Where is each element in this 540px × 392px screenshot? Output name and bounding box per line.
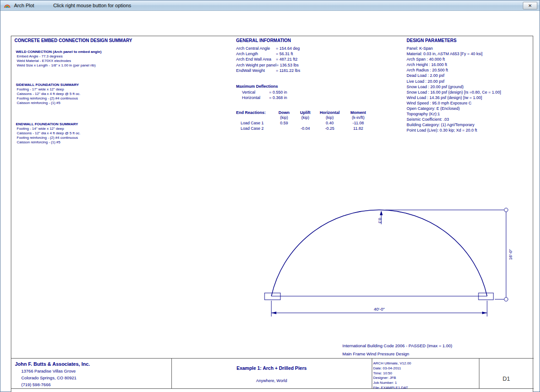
weld-line: Embed Angle - 77.3 degrees: [16, 54, 101, 59]
height-dimension-label: 16'-0": [508, 249, 513, 260]
meta-job-number: Job Number: 1: [373, 381, 411, 386]
parameter-line: Open Category: E (Enclosed): [407, 106, 501, 111]
end-reactions-table: End Reactions: Down Uplift Horizontal Mo…: [236, 110, 374, 131]
endwall-line: Footing - 14" wide x 12" deep: [16, 127, 81, 131]
arch-rainbow-icon: [4, 2, 11, 9]
endwall-line: Footing reinforcing - (2) #4 continuous: [16, 136, 81, 140]
parameter-line: Arch Span : 40.000 ft: [407, 57, 501, 62]
dim-arrow-right-icon: [482, 312, 487, 314]
general-info-title: GENERAL INFORMATION: [236, 38, 374, 43]
deflection-value: = 0.550 in: [269, 90, 287, 95]
info-label: Arch Weight per panel: [236, 62, 276, 68]
parameter-line: Topography (Kz):1: [407, 111, 501, 117]
sidewall-line: Footing reinforcing - (2) #4 continuous: [16, 96, 81, 101]
info-value: = 154.64 deg: [276, 46, 300, 51]
reactions-unit: (kip): [294, 115, 317, 120]
deflections-title: Maximum Deflections: [236, 84, 374, 90]
sidewall-foundation-block: SIDEWALL FOUNDATION SUMMARY Footing - 17…: [16, 83, 81, 105]
company-name: John F. Butts & Associates, Inc.: [15, 361, 90, 367]
parameter-line: Panel: K-Span: [407, 46, 501, 51]
titleblock-divider: [479, 358, 479, 388]
parameter-line: Seismic Coefficient: .03: [407, 117, 501, 122]
deflection-row: Vertical = 0.550 in: [236, 90, 374, 95]
company-address2: Colorado Springs, CO 80921: [21, 376, 90, 380]
parameter-line: Point Load (Live): 0.30 kip; Xd = 20.0 f…: [407, 128, 501, 133]
info-value: = 136.53 lbs: [276, 62, 298, 68]
reaction-value: -11.08: [343, 120, 374, 126]
load-case-label: Load Case 1: [236, 120, 274, 126]
reactions-title: End Reactions:: [236, 110, 274, 115]
general-information-column: GENERAL INFORMATION Arch Central Angle =…: [236, 38, 374, 131]
design-parameters-column: DESIGN PARAMETERS Panel: K-Span Material…: [407, 38, 501, 133]
parameter-line: Material: 0.03 in, ASTM A653 [Fy = 40 ks…: [407, 51, 501, 57]
embed-summary-column: CONCRETE EMBED CONNECTION DESIGN SUMMARY…: [14, 38, 132, 43]
dim-circle-bottom-icon: [504, 298, 508, 301]
endwall-foundation-block: ENDWALL FOUNDATION SUMMARY Footing - 14"…: [16, 122, 81, 145]
reactions-col-header: Down: [274, 110, 294, 115]
reactions-units-spacer: [236, 115, 274, 120]
dim-arrow-left-icon: [271, 312, 276, 314]
reaction-value: 11.82: [343, 126, 374, 131]
parameter-line: Snow Load : 16.00 psf (design) [Is =0.80…: [407, 90, 501, 95]
title-bar[interactable]: Arch Plot Click right mouse button for o…: [0, 0, 540, 11]
weld-title: WELD CONNECTION (Arch panel to embed ang…: [16, 50, 101, 54]
reaction-value: 0.40: [317, 120, 343, 126]
parameter-line: Arch Radius : 20.500 ft: [407, 67, 501, 73]
meta-time: Time: 10:50: [373, 371, 411, 376]
sidewall-title: SIDEWALL FOUNDATION SUMMARY: [16, 83, 81, 87]
dim-circle-top-icon: [504, 208, 508, 212]
arch-elevation-drawing[interactable]: 0.3 40'-0" 16'-0": [251, 206, 531, 323]
design-parameters-title: DESIGN PARAMETERS: [407, 38, 501, 43]
company-phone: (719) 598-7666: [21, 383, 90, 387]
arch-plot-sheet[interactable]: CONCRETE EMBED CONNECTION DESIGN SUMMARY…: [11, 36, 533, 392]
info-row: Arch Length = 56.31 ft: [236, 51, 374, 57]
parameter-line: Arch Height : 16.000 ft: [407, 62, 501, 67]
titleblock-divider: [372, 358, 372, 388]
reactions-col-header: Uplift: [294, 110, 317, 115]
embed-summary-title: CONCRETE EMBED CONNECTION DESIGN SUMMARY: [14, 38, 132, 43]
info-label: Arch Length: [236, 51, 276, 57]
weld-connection-block: WELD CONNECTION (Arch panel to embed ang…: [16, 50, 101, 68]
meta-date: Date: 03-04-2011: [373, 366, 411, 371]
reaction-value: -0.04: [294, 126, 317, 131]
reactions-unit: (k-in/ft): [343, 115, 374, 120]
close-button[interactable]: ✕: [523, 2, 537, 9]
deflection-row: Horizontal = 0.368 in: [236, 95, 374, 100]
endwall-line: Caissons - 12" dia x 4 ft deep @ 5 ft oc…: [16, 131, 81, 136]
info-row: Arch Central Angle = 154.64 deg: [236, 46, 374, 51]
info-label: EndWall Weight: [236, 68, 276, 73]
project-location: Anywhere, World: [171, 378, 372, 383]
endwall-line: Caisson reinforcing - (1) #5: [16, 140, 81, 145]
reactions-unit: (kip): [274, 115, 294, 120]
sidewall-line: Caissons - 12" dia x 4 ft deep @ 5 ft oc…: [16, 92, 81, 96]
weld-line: Weld Material - E70XX electrodes: [16, 59, 101, 63]
company-block: John F. Butts & Associates, Inc. 13766 P…: [15, 361, 90, 387]
info-row: Arch Weight per panel = 136.53 lbs: [236, 62, 374, 68]
reaction-value: [294, 120, 317, 126]
load-case-label: Load Case 2: [236, 126, 274, 131]
info-value: = 56.31 ft: [276, 51, 293, 57]
reaction-value: [274, 126, 294, 131]
sidewall-line: Caisson reinforcing - (1) #5: [16, 101, 81, 105]
info-value: = 1181.22 lbs: [276, 68, 300, 73]
titlebar-hint: Click right mouse button for options: [53, 3, 131, 8]
parameter-line: Building Category: (1) Agri/Temporary: [407, 122, 501, 128]
reactions-col-header: Moment: [343, 110, 374, 115]
close-icon: ✕: [528, 3, 532, 8]
code-check-design: Main Frame Wind Pressure Design: [342, 351, 409, 356]
point-load-arrow-icon: [380, 211, 383, 215]
meta-designer: Designer: JFB: [373, 376, 411, 381]
program-meta-block: ARCH Ultimate, V12.00 Date: 03-04-2011 T…: [373, 361, 411, 391]
info-label: Arch End Wall Area: [236, 57, 276, 62]
meta-program: ARCH Ultimate, V12.00: [373, 361, 411, 366]
parameter-line: Live Load : 20.00 psf: [407, 79, 501, 84]
weld-line: Weld Size x Length - 1/8" x 1.00 in (per…: [16, 63, 101, 68]
reactions-unit: (kip): [317, 115, 343, 120]
meta-file: File: EXAMPLE1.DAT: [373, 386, 411, 391]
parameter-line: Wind Load : 14.36 psf (design) [Iw = 1.0…: [407, 95, 501, 100]
deflection-label: Vertical: [242, 90, 269, 95]
reaction-value: 0.59: [274, 120, 294, 126]
sidewall-line: Footing - 17" wide x 12" deep: [16, 87, 81, 92]
info-value: = 487.21 ft2: [276, 57, 298, 62]
design-parameters-lines: Panel: K-Span Material: 0.03 in, ASTM A6…: [407, 46, 501, 133]
